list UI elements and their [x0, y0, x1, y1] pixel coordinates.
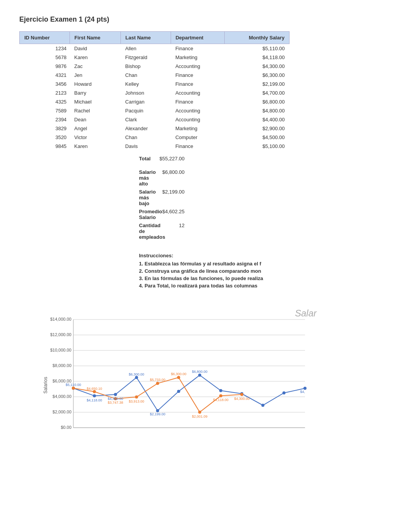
- cell-id: 9876: [20, 62, 70, 71]
- cell-first: Zac: [69, 62, 120, 71]
- col-header-last: Last Name: [120, 32, 171, 44]
- avg-salary-value: $4,602.25: [143, 209, 189, 220]
- svg-point-37: [198, 411, 201, 414]
- svg-point-36: [177, 376, 180, 379]
- svg-point-30: [303, 387, 307, 390]
- cell-salary: $6,300.00: [224, 71, 289, 80]
- instruction-4: 4. Para Total, lo realizará para todas l…: [139, 283, 309, 289]
- cell-dept: Finance: [171, 97, 224, 106]
- cell-dept: Finance: [171, 44, 224, 53]
- svg-point-39: [240, 393, 243, 396]
- cell-first: Barry: [69, 88, 120, 97]
- cell-salary: $4,500.00: [224, 133, 289, 142]
- cell-salary: $2,900.00: [224, 124, 289, 133]
- cell-first: David: [69, 44, 120, 53]
- cell-dept: Accounting: [171, 106, 224, 115]
- svg-text:$8,000.00: $8,000.00: [53, 363, 71, 368]
- svg-point-24: [177, 390, 180, 393]
- cell-id: 5678: [20, 53, 70, 62]
- cell-salary: $4,400.00: [224, 115, 289, 124]
- svg-text:$6,800.00: $6,800.00: [192, 370, 207, 374]
- svg-point-38: [219, 394, 222, 398]
- cell-last: Alexander: [120, 124, 171, 133]
- cell-id: 7589: [20, 106, 70, 115]
- cell-dept: Accounting: [171, 62, 224, 71]
- svg-text:$2,000.00: $2,000.00: [53, 410, 71, 414]
- cell-first: Karen: [69, 142, 120, 151]
- svg-text:Salarios: Salarios: [43, 377, 48, 393]
- count-value: 12: [143, 223, 189, 240]
- page-title: Ejercicio Examen 1 (24 pts): [19, 15, 391, 24]
- cell-last: Johnson: [120, 88, 171, 97]
- cell-salary: $6,800.00: [224, 97, 289, 106]
- cell-id: 9845: [20, 142, 70, 151]
- cell-salary: $2,199.00: [224, 80, 289, 88]
- svg-point-28: [261, 404, 264, 407]
- svg-point-29: [283, 391, 286, 394]
- cell-last: Pacquin: [120, 106, 171, 115]
- cell-first: Dean: [69, 115, 120, 124]
- chart-svg: Salarios $0.00 $2,000.00 $4,000.00 $6,00…: [42, 316, 313, 447]
- avg-salary-label: Promedio Salario: [19, 209, 143, 220]
- cell-last: Clark: [120, 115, 171, 124]
- cell-last: Allen: [120, 44, 171, 53]
- svg-text:$6,300.00: $6,300.00: [171, 372, 186, 376]
- count-row: Cantidad de empleados 12: [19, 221, 391, 241]
- cell-salary: $4,700.00: [224, 88, 289, 97]
- svg-point-35: [156, 382, 159, 385]
- cell-salary: $5,100.00: [224, 142, 289, 151]
- table-row: 1234 David Allen Finance $5,110.00: [20, 44, 290, 53]
- table-row: 3520 Victor Chan Computer $4,500.00: [20, 133, 290, 142]
- instruction-1: 1. Establezca las fórmulas y al resultad…: [139, 261, 309, 267]
- col-header-salary: Monthly Salary: [224, 32, 289, 44]
- svg-text:$6,300.00: $6,300.00: [129, 372, 144, 376]
- table-row: 2394 Dean Clark Accounting $4,400.00: [20, 115, 290, 124]
- avg-salary-row: Promedio Salario $4,602.25: [19, 207, 391, 221]
- cell-last: Bishop: [120, 62, 171, 71]
- svg-point-25: [198, 374, 201, 377]
- svg-text:$4,: $4,: [300, 390, 305, 394]
- svg-point-26: [219, 389, 222, 392]
- cell-last: Chan: [120, 71, 171, 80]
- chart-container: Salar Salarios $0.00 $2,000.00 $4,000.00…: [42, 308, 320, 447]
- svg-point-21: [114, 393, 117, 396]
- cell-dept: Accounting: [171, 115, 224, 124]
- svg-point-31: [72, 387, 75, 390]
- svg-text:$5,110.00: $5,110.00: [66, 383, 81, 387]
- cell-dept: Accounting: [171, 88, 224, 97]
- count-label: Cantidad de empleados: [19, 223, 143, 240]
- cell-first: Rachel: [69, 106, 120, 115]
- svg-text:$3,913.00: $3,913.00: [129, 399, 144, 403]
- svg-text:$12,000.00: $12,000.00: [50, 332, 71, 337]
- cell-last: Fitzgerald: [120, 53, 171, 62]
- instructions-section: Instrucciones: 1. Establezca las fórmula…: [139, 253, 309, 289]
- instruction-2: 2. Construya una gráfica de linea compar…: [139, 268, 309, 274]
- svg-text:$4,118.00: $4,118.00: [213, 398, 229, 402]
- cell-id: 3456: [20, 80, 70, 88]
- cell-id: 2394: [20, 115, 70, 124]
- cell-id: 1234: [20, 44, 70, 53]
- svg-text:$5,733.00: $5,733.00: [150, 378, 165, 382]
- svg-point-32: [93, 390, 96, 393]
- svg-point-20: [93, 394, 96, 398]
- cell-first: Howard: [69, 80, 120, 88]
- cell-last: Chan: [120, 133, 171, 142]
- svg-point-34: [135, 396, 138, 399]
- cell-dept: Computer: [171, 133, 224, 142]
- cell-last: Carrigan: [120, 97, 171, 106]
- col-header-dept: Department: [171, 32, 224, 44]
- min-salary-label: Salario más bajo: [19, 189, 143, 206]
- min-salary-value: $2,199.00: [143, 189, 189, 206]
- total-value: $55,227.00: [143, 156, 189, 161]
- cell-dept: Marketing: [171, 124, 224, 133]
- employee-table: ID Number First Name Last Name Departmen…: [19, 31, 290, 151]
- max-salary-row: Salario más alto $6,800.00: [19, 168, 391, 188]
- svg-text:$4,118.00: $4,118.00: [86, 398, 102, 402]
- table-row: 4321 Jen Chan Finance $6,300.00: [20, 71, 290, 80]
- cell-id: 3829: [20, 124, 70, 133]
- table-row: 3456 Howard Kelley Finance $2,199.00: [20, 80, 290, 88]
- cell-id: 3520: [20, 133, 70, 142]
- instruction-3: 3. En las fórmulas de las funciones, lo …: [139, 275, 309, 281]
- cell-dept: Finance: [171, 80, 224, 88]
- svg-text:$2,001.09: $2,001.09: [192, 415, 207, 418]
